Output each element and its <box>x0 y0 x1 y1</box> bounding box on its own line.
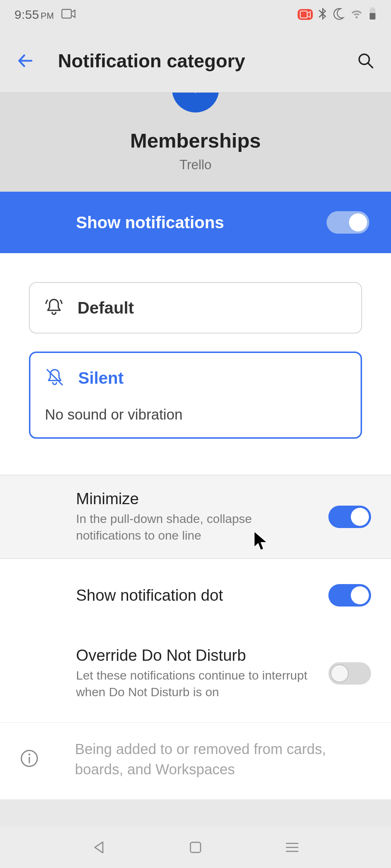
nav-recents-button[interactable] <box>281 837 303 858</box>
menu-recents-icon <box>285 841 299 854</box>
show-notifications-toggle[interactable] <box>327 211 369 234</box>
svg-rect-3 <box>371 7 374 9</box>
status-right <box>298 7 377 22</box>
clock-ampm: PM <box>41 11 54 21</box>
category-header: Memberships Trello <box>0 92 391 192</box>
minimize-toggle[interactable] <box>328 506 371 528</box>
nav-back-button[interactable] <box>88 837 110 858</box>
svg-rect-10 <box>190 842 201 852</box>
svg-rect-4 <box>370 13 375 20</box>
nav-home-button[interactable] <box>185 837 206 858</box>
svg-point-9 <box>29 753 30 755</box>
alert-mode-section: Default Silent No sound or vibration <box>0 253 391 475</box>
wifi-icon <box>350 8 363 21</box>
settings-list: Minimize In the pull-down shade, collaps… <box>0 475 391 799</box>
dnd-title: Override Do Not Disturb <box>76 646 314 664</box>
clock: 9:55PM <box>14 8 54 22</box>
back-button[interactable] <box>13 48 38 73</box>
battery-icon <box>369 7 377 22</box>
category-app-name: Trello <box>0 157 391 173</box>
arrow-left-icon <box>16 52 34 70</box>
setting-override-dnd[interactable]: Override Do Not Disturb Let these notifi… <box>0 632 391 722</box>
mode-option-silent[interactable]: Silent No sound or vibration <box>29 352 362 439</box>
mode-silent-label: Silent <box>78 368 123 388</box>
page-title: Notification category <box>58 50 353 72</box>
status-left: 9:55PM <box>14 8 76 22</box>
dnd-toggle[interactable] <box>328 662 371 685</box>
setting-notification-dot[interactable]: Show notification dot <box>0 559 391 632</box>
bluetooth-icon <box>318 8 327 21</box>
setting-minimize[interactable]: Minimize In the pull-down shade, collaps… <box>0 475 391 559</box>
clock-time: 9:55 <box>14 8 39 21</box>
system-nav-bar <box>0 826 391 868</box>
dot-toggle[interactable] <box>328 584 371 607</box>
dot-title: Show notification dot <box>76 586 314 604</box>
minimize-title: Minimize <box>76 490 314 508</box>
svg-rect-0 <box>62 9 71 18</box>
mode-option-default[interactable]: Default <box>29 282 362 333</box>
svg-rect-1 <box>300 11 307 18</box>
show-notifications-row[interactable]: Show notifications <box>0 192 391 253</box>
search-button[interactable] <box>353 48 378 73</box>
app-bar: Notification category <box>0 29 391 92</box>
search-icon <box>357 52 374 69</box>
mode-default-label: Default <box>77 298 134 318</box>
bell-ring-icon <box>44 297 64 318</box>
channel-description-row: Being added to or removed from cards, bo… <box>0 722 391 799</box>
svg-line-6 <box>47 370 62 385</box>
dnd-desc: Let these notifications continue to inte… <box>76 667 314 701</box>
mode-silent-desc: No sound or vibration <box>45 407 346 423</box>
dnd-moon-icon <box>332 7 345 22</box>
app-icon <box>172 92 219 112</box>
category-title: Memberships <box>0 129 391 152</box>
square-home-icon <box>189 841 202 854</box>
triangle-back-icon <box>91 840 106 855</box>
bell-off-icon <box>45 367 64 388</box>
screen-recording-badge-icon <box>298 9 313 20</box>
info-icon <box>20 749 39 769</box>
channel-description-text: Being added to or removed from cards, bo… <box>75 739 336 779</box>
screen-record-outline-icon <box>61 9 76 20</box>
show-notifications-label: Show notifications <box>76 213 327 232</box>
status-bar: 9:55PM <box>0 0 391 29</box>
minimize-desc: In the pull-down shade, collapse notific… <box>76 511 314 544</box>
